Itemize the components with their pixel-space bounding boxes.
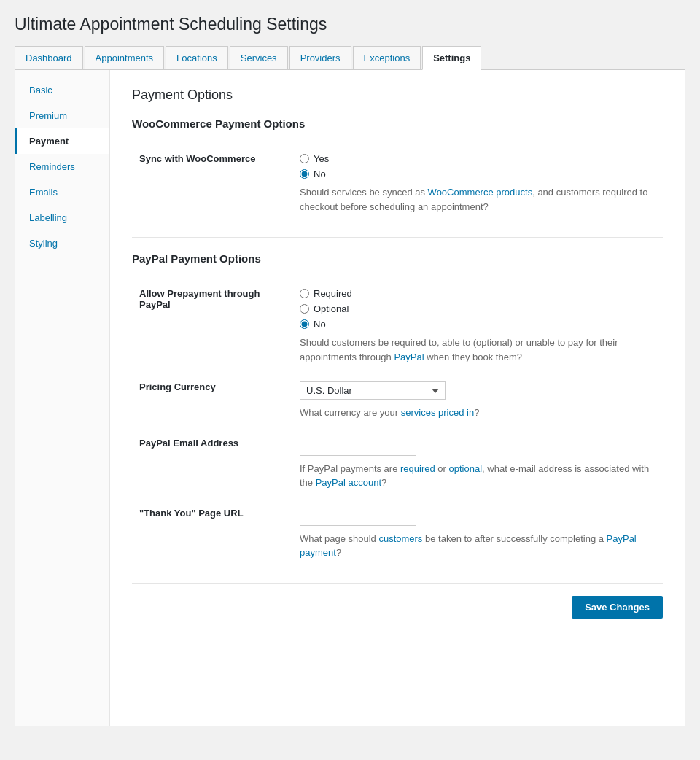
thankyou-help-text: What page should customers be taken to a… bbox=[300, 532, 656, 560]
section-heading: Payment Options bbox=[132, 88, 663, 103]
sync-woocommerce-radio-group: Yes No bbox=[300, 153, 656, 179]
prepayment-help-text: Should customers be required to, able to… bbox=[300, 336, 656, 364]
customers-link[interactable]: customers bbox=[378, 533, 422, 544]
tab-providers[interactable]: Providers bbox=[289, 46, 351, 69]
sidebar-item-reminders[interactable]: Reminders bbox=[15, 154, 109, 179]
priced-link[interactable]: priced bbox=[438, 407, 464, 418]
prepay-required-label[interactable]: Required bbox=[300, 288, 656, 299]
currency-select[interactable]: U.S. Dollar Euro British Pound Canadian … bbox=[300, 381, 446, 400]
tab-dashboard[interactable]: Dashboard bbox=[15, 46, 83, 69]
thankyou-url-input[interactable] bbox=[300, 508, 416, 526]
currency-label: Pricing Currency bbox=[132, 373, 292, 429]
tab-appointments[interactable]: Appointments bbox=[85, 46, 165, 69]
woocommerce-subheading: WooCommerce Payment Options bbox=[132, 117, 663, 130]
sync-no-text: No bbox=[314, 168, 326, 179]
prepayment-radio-group: Required Optional No bbox=[300, 288, 656, 330]
optional-link[interactable]: optional bbox=[449, 463, 483, 474]
save-changes-button[interactable]: Save Changes bbox=[572, 596, 663, 619]
sync-yes-text: Yes bbox=[314, 153, 329, 164]
woocommerce-link[interactable]: WooCommerce products bbox=[428, 187, 533, 198]
paypal-account-link[interactable]: PayPal account bbox=[316, 477, 381, 488]
paypal-link-1[interactable]: PayPal bbox=[394, 352, 424, 362]
paypal-settings-table: Allow Prepayment through PayPal Required… bbox=[132, 279, 663, 569]
paypal-email-input[interactable] bbox=[300, 438, 416, 456]
sync-yes-radio[interactable] bbox=[300, 154, 309, 163]
sidebar-item-labelling[interactable]: Labelling bbox=[15, 205, 109, 230]
sync-help-text: Should services be synced as WooCommerce… bbox=[300, 185, 656, 214]
in-link[interactable]: in bbox=[467, 407, 474, 418]
sidebar-item-premium[interactable]: Premium bbox=[15, 103, 109, 128]
required-link[interactable]: required bbox=[400, 463, 435, 474]
sidebar: Basic Premium Payment Reminders Emails L… bbox=[15, 70, 110, 726]
currency-help-text: What currency are your services priced i… bbox=[300, 406, 656, 420]
prepayment-label: Allow Prepayment through PayPal bbox=[132, 279, 292, 373]
prepay-no-radio[interactable] bbox=[300, 319, 309, 329]
sync-woocommerce-label: Sync with WooCommerce bbox=[132, 144, 292, 222]
prepay-optional-text: Optional bbox=[314, 303, 349, 314]
tab-locations[interactable]: Locations bbox=[166, 46, 228, 69]
tab-exceptions[interactable]: Exceptions bbox=[353, 46, 421, 69]
tab-services[interactable]: Services bbox=[230, 46, 288, 69]
prepay-required-radio[interactable] bbox=[300, 289, 309, 298]
tab-settings[interactable]: Settings bbox=[422, 46, 481, 70]
paypal-email-help-text: If PayPal payments are required or optio… bbox=[300, 462, 656, 490]
section-divider bbox=[132, 237, 663, 238]
save-button-row: Save Changes bbox=[132, 583, 663, 623]
content-area: Payment Options WooCommerce Payment Opti… bbox=[110, 70, 685, 726]
top-tabs: Dashboard Appointments Locations Service… bbox=[15, 46, 685, 70]
sync-yes-radio-label[interactable]: Yes bbox=[300, 153, 656, 164]
prepay-optional-radio[interactable] bbox=[300, 304, 309, 314]
services-link[interactable]: services bbox=[401, 407, 436, 418]
woocommerce-settings-table: Sync with WooCommerce Yes No bbox=[132, 144, 663, 222]
main-layout: Basic Premium Payment Reminders Emails L… bbox=[15, 70, 685, 726]
prepay-optional-label[interactable]: Optional bbox=[300, 303, 656, 314]
sidebar-item-styling[interactable]: Styling bbox=[15, 230, 109, 256]
page-title: Ultimate Appointment Scheduling Settings bbox=[15, 15, 685, 34]
paypal-email-label: PayPal Email Address bbox=[132, 429, 292, 499]
prepay-no-label[interactable]: No bbox=[300, 319, 656, 330]
prepay-no-text: No bbox=[314, 319, 326, 330]
paypal-payment-link[interactable]: PayPal payment bbox=[300, 533, 637, 559]
sync-no-radio[interactable] bbox=[300, 169, 309, 179]
sidebar-item-basic[interactable]: Basic bbox=[15, 77, 109, 103]
thankyou-label: "Thank You" Page URL bbox=[132, 499, 292, 569]
sidebar-item-emails[interactable]: Emails bbox=[15, 179, 109, 205]
prepay-required-text: Required bbox=[314, 288, 352, 299]
sync-no-radio-label[interactable]: No bbox=[300, 168, 656, 179]
sidebar-item-payment[interactable]: Payment bbox=[15, 128, 109, 154]
paypal-subheading: PayPal Payment Options bbox=[132, 252, 663, 265]
